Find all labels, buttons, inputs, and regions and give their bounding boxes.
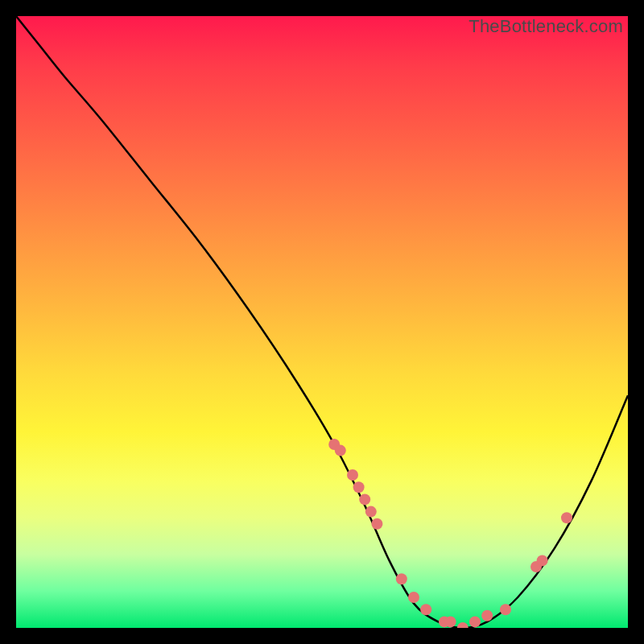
highlight-dot [457, 622, 469, 628]
highlight-dot [500, 604, 511, 615]
highlight-dot [335, 445, 346, 456]
bottleneck-chart [16, 16, 628, 628]
highlight-dot [445, 616, 456, 627]
highlight-dot [353, 481, 365, 493]
highlight-dot [537, 555, 548, 566]
highlight-dot [420, 604, 431, 615]
highlight-dot [365, 506, 377, 518]
highlight-dot [561, 512, 572, 523]
bottleneck-curve-path [16, 16, 628, 628]
highlight-dot [359, 493, 370, 505]
highlight-dot [371, 518, 382, 530]
highlight-dot [481, 610, 493, 621]
highlight-dots-group [328, 439, 572, 628]
highlight-dot [347, 469, 358, 481]
chart-frame: TheBottleneck.com [16, 16, 628, 628]
highlight-dot [408, 592, 419, 603]
highlight-dot [396, 573, 407, 584]
watermark-text: TheBottleneck.com [469, 16, 623, 37]
highlight-dot [469, 616, 481, 627]
